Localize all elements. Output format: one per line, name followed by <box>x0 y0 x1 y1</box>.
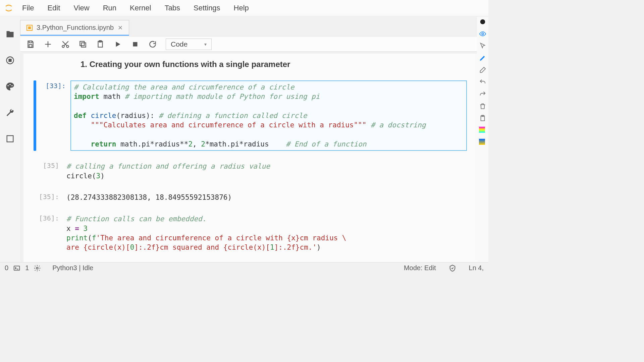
output-cell: [35]: (28.274333882308138, 18.8495559215… <box>34 191 467 203</box>
save-icon[interactable] <box>26 40 35 49</box>
mode-label: Mode: Edit <box>404 264 436 272</box>
notebook-file-icon <box>26 25 33 31</box>
code-cell[interactable]: [36]: # Function calls can be embedded. … <box>34 213 467 262</box>
svg-point-2 <box>7 85 9 86</box>
menu-run[interactable]: Run <box>97 2 122 14</box>
svg-point-20 <box>37 267 39 269</box>
svg-point-7 <box>482 33 484 35</box>
kernel-status[interactable]: Python3 | Idle <box>52 264 93 272</box>
menu-help[interactable]: Help <box>228 2 255 14</box>
wrench-icon[interactable] <box>5 108 15 117</box>
eye-icon[interactable] <box>479 30 486 38</box>
paste-icon[interactable] <box>96 40 105 49</box>
eraser-icon[interactable] <box>479 66 486 74</box>
svg-rect-14 <box>82 43 86 47</box>
cell-editor[interactable]: # Calculating the area and circumference… <box>70 80 467 151</box>
notebook-area: 1. Creating your own functions with a si… <box>23 54 477 262</box>
stop-icon[interactable] <box>131 40 140 49</box>
chevron-down-icon: ▾ <box>204 42 207 47</box>
copy-icon[interactable] <box>78 40 87 49</box>
code-cell[interactable]: [33]: # Calculating the area and circumf… <box>34 80 467 151</box>
cursor-icon[interactable] <box>479 42 486 50</box>
restart-icon[interactable] <box>148 40 157 49</box>
cursor-position: Ln 4, <box>469 264 484 272</box>
svg-rect-19 <box>14 266 20 270</box>
svg-rect-15 <box>80 41 84 46</box>
cell-type-select[interactable]: Code ▾ <box>166 39 212 50</box>
menu-tabs[interactable]: Tabs <box>159 2 186 14</box>
cell-type-label: Code <box>171 40 187 48</box>
palette-icon[interactable] <box>5 82 15 91</box>
cell-editor[interactable]: # Function calls can be embedded. x = 3 … <box>64 213 467 262</box>
terminal-icon[interactable] <box>13 264 20 272</box>
menu-settings[interactable]: Settings <box>187 2 226 14</box>
svg-rect-10 <box>29 41 32 43</box>
brain-icon[interactable] <box>479 18 486 25</box>
cut-icon[interactable] <box>61 40 70 49</box>
color-swatch-2[interactable] <box>479 139 486 146</box>
notebook-toolbar: Code ▾ <box>20 37 477 52</box>
input-prompt: [33]: <box>40 80 70 151</box>
color-swatch[interactable] <box>479 127 486 134</box>
trash-icon[interactable] <box>479 103 486 110</box>
trusted-icon[interactable] <box>449 264 456 272</box>
input-prompt: [35] <box>34 160 64 182</box>
annotation-toolbar <box>477 17 488 262</box>
cell-editor[interactable]: # calling a function and offering a radi… <box>64 160 467 182</box>
tab-notebook[interactable]: 3.Python_Functions.ipynb ✕ <box>20 20 129 36</box>
svg-rect-18 <box>133 42 138 46</box>
files-icon[interactable] <box>5 29 15 39</box>
menu-bar: File Edit View Run Kernel Tabs Settings … <box>0 0 488 16</box>
kernel-icon[interactable] <box>34 264 41 272</box>
menu-kernel[interactable]: Kernel <box>124 2 157 14</box>
code-cell[interactable]: [35] # calling a function and offering a… <box>34 160 467 182</box>
jupyter-logo <box>3 2 15 14</box>
undo-icon[interactable] <box>479 78 486 86</box>
svg-point-4 <box>11 85 13 86</box>
output-text: (28.274333882308138, 18.84955592153876) <box>64 191 467 203</box>
svg-point-3 <box>9 84 11 85</box>
status-count-0: 0 <box>5 264 8 272</box>
svg-point-6 <box>480 19 485 24</box>
close-icon[interactable]: ✕ <box>118 24 123 32</box>
svg-rect-1 <box>9 59 11 62</box>
tab-strip: 3.Python_Functions.ipynb ✕ <box>20 20 129 36</box>
status-bar: 0 1 Python3 | Idle Mode: Edit Ln 4, <box>0 262 488 274</box>
run-icon[interactable] <box>113 40 122 49</box>
tab-title: 3.Python_Functions.ipynb <box>37 24 114 32</box>
menu-file[interactable]: File <box>16 2 40 14</box>
svg-rect-5 <box>7 136 13 142</box>
activity-bar <box>0 16 20 262</box>
svg-rect-11 <box>29 45 32 47</box>
output-prompt: [35]: <box>34 191 64 203</box>
clipboard-icon[interactable] <box>479 115 486 122</box>
status-count-1: 1 <box>25 264 29 272</box>
marker-icon[interactable] <box>479 54 486 62</box>
extensions-icon[interactable] <box>5 134 15 143</box>
redo-icon[interactable] <box>479 90 486 98</box>
section-heading: 1. Creating your own functions with a si… <box>80 60 467 69</box>
running-icon[interactable] <box>5 56 15 65</box>
input-prompt: [36]: <box>34 213 64 262</box>
add-cell-icon[interactable] <box>44 40 52 49</box>
menu-view[interactable]: View <box>67 2 95 14</box>
menu-edit[interactable]: Edit <box>41 2 66 14</box>
